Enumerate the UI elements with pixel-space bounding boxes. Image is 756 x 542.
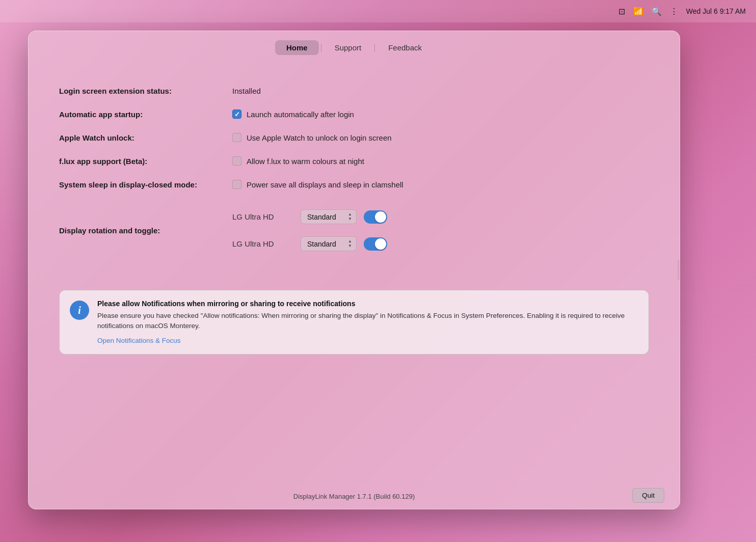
controls-icon: ⋮ xyxy=(670,7,678,16)
value-display-rotation: LG Ultra HD Standard ▲ ▼ LG Ultra HD Sta xyxy=(222,196,649,264)
rotation-value-2: Standard xyxy=(307,240,336,248)
menubar-time: Wed Jul 6 9:17 AM xyxy=(686,7,746,15)
main-window: Home Support Feedback Login screen exten… xyxy=(28,31,680,509)
notification-title: Please allow Notifications when mirrorin… xyxy=(97,300,638,308)
version-label: DisplayLink Manager 1.7.1 (Build 60.129) xyxy=(293,493,415,500)
label-flux: f.lux app support (Beta): xyxy=(59,149,222,173)
value-flux: Allow f.lux to warm colours at night xyxy=(222,149,649,173)
notification-content: Please allow Notifications when mirrorin… xyxy=(97,300,638,345)
rotation-select-2[interactable]: Standard ▲ ▼ xyxy=(301,236,357,251)
status-installed: Installed xyxy=(232,87,261,95)
rotation-select-1[interactable]: Standard ▲ ▼ xyxy=(301,209,357,224)
label-auto-startup: Automatic app startup: xyxy=(59,102,222,126)
value-apple-watch: Use Apple Watch to unlock on login scree… xyxy=(222,126,649,149)
display-name-1: LG Ultra HD xyxy=(232,212,293,221)
toggle-display-1[interactable] xyxy=(364,210,387,224)
settings-grid: Login screen extension status: Installed… xyxy=(59,79,649,264)
label-system-sleep: System sleep in display-closed mode: xyxy=(59,173,222,196)
tab-home[interactable]: Home xyxy=(275,40,319,55)
value-auto-startup: Launch automatically after login xyxy=(222,102,649,126)
select-arrows-2: ▲ ▼ xyxy=(348,239,352,248)
tab-feedback[interactable]: Feedback xyxy=(377,40,433,55)
display-icon: ⊡ xyxy=(618,7,625,16)
label-login-screen: Login screen extension status: xyxy=(59,79,222,102)
tab-bar: Home Support Feedback xyxy=(29,31,680,63)
checkbox-auto-startup[interactable] xyxy=(232,110,241,119)
notification-banner: i Please allow Notifications when mirror… xyxy=(59,290,649,355)
search-icon: 🔍 xyxy=(652,7,662,16)
rotation-value-1: Standard xyxy=(307,213,336,221)
display-row-2: LG Ultra HD Standard ▲ ▼ xyxy=(232,230,387,257)
checkbox-system-sleep[interactable] xyxy=(232,180,241,189)
wifi-icon: 📶 xyxy=(633,7,643,16)
label-apple-watch: Apple Watch unlock: xyxy=(59,126,222,149)
checkbox-apple-watch[interactable] xyxy=(232,133,241,142)
checkbox-flux[interactable] xyxy=(232,156,241,166)
notification-body: Please ensure you have checked "Allow no… xyxy=(97,311,638,332)
resize-handle[interactable] xyxy=(678,260,680,280)
tab-divider-1 xyxy=(321,44,321,52)
auto-startup-text: Launch automatically after login xyxy=(247,110,354,119)
settings-content: Login screen extension status: Installed… xyxy=(29,63,680,275)
info-icon: i xyxy=(70,301,89,320)
system-sleep-text: Power save all displays and sleep in cla… xyxy=(247,180,403,189)
tab-divider-2 xyxy=(374,44,375,52)
value-login-screen: Installed xyxy=(222,79,649,102)
display-row-1: LG Ultra HD Standard ▲ ▼ xyxy=(232,203,387,230)
notification-link[interactable]: Open Notifications & Focus xyxy=(97,337,181,344)
toggle-display-2[interactable] xyxy=(364,237,387,251)
display-name-2: LG Ultra HD xyxy=(232,239,293,248)
label-display-rotation: Display rotation and toggle: xyxy=(59,196,222,264)
flux-text: Allow f.lux to warm colours at night xyxy=(247,157,364,166)
quit-button[interactable]: Quit xyxy=(632,488,664,503)
tab-support[interactable]: Support xyxy=(323,40,373,55)
apple-watch-text: Use Apple Watch to unlock on login scree… xyxy=(247,133,392,142)
menubar: ⊡ 📶 🔍 ⋮ Wed Jul 6 9:17 AM xyxy=(0,0,756,22)
footer: DisplayLink Manager 1.7.1 (Build 60.129)… xyxy=(29,483,680,509)
select-arrows-1: ▲ ▼ xyxy=(348,212,352,221)
value-system-sleep: Power save all displays and sleep in cla… xyxy=(222,173,649,196)
